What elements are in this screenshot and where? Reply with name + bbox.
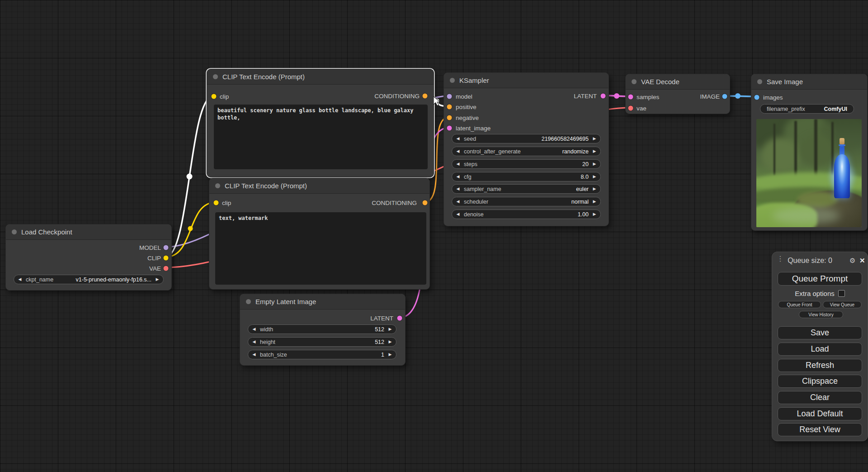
decrement-arrow-icon[interactable]: ◀ — [248, 353, 260, 357]
cfg-widget[interactable]: ◀ cfg 8.0 ▶ — [452, 172, 601, 181]
output-dot-clip[interactable] — [164, 256, 169, 261]
filename-prefix-widget[interactable]: filename_prefix ComfyUI — [760, 104, 854, 114]
extra-options-checkbox[interactable] — [838, 290, 845, 297]
decrement-arrow-icon[interactable]: ◀ — [452, 200, 464, 204]
input-label-model: model — [456, 93, 472, 100]
increment-arrow-icon[interactable]: ▶ — [589, 200, 600, 204]
increment-arrow-icon[interactable]: ▶ — [589, 149, 600, 153]
node-clip-text-encode-negative[interactable]: CLIP Text Encode (Prompt) clip CONDITION… — [209, 178, 430, 290]
link-dot-clip-positive[interactable] — [187, 174, 193, 180]
width-widget[interactable]: ◀ width 512 ▶ — [248, 324, 396, 334]
increment-arrow-icon[interactable]: ▶ — [384, 327, 396, 331]
increment-arrow-icon[interactable]: ▶ — [384, 353, 396, 357]
decrement-arrow-icon[interactable]: ◀ — [452, 175, 464, 179]
node-empty-latent-image[interactable]: Empty Latent Image LATENT ◀ width 512 ▶ … — [240, 294, 406, 366]
tree-trunk — [774, 124, 775, 176]
node-title-bar[interactable]: CLIP Text Encode (Prompt) — [207, 69, 434, 85]
positive-prompt-textarea[interactable]: beautiful scenery nature glass bottle la… — [214, 105, 428, 169]
output-dot-latent[interactable] — [397, 316, 402, 321]
queue-prompt-button[interactable]: Queue Prompt — [778, 272, 862, 286]
link-dot-clip-negative[interactable] — [188, 226, 193, 231]
collapse-dot-icon[interactable] — [632, 79, 637, 84]
queue-size-label: Queue size: 0 — [772, 257, 848, 265]
input-dot-model[interactable] — [447, 94, 452, 99]
output-dot-image[interactable] — [722, 94, 727, 99]
batch-size-widget[interactable]: ◀ batch_size 1 ▶ — [248, 350, 396, 359]
output-dot-vae[interactable] — [164, 266, 169, 271]
input-dot-clip[interactable] — [214, 200, 219, 205]
link-dot-latent[interactable] — [614, 93, 619, 99]
refresh-button[interactable]: Refresh — [778, 359, 862, 372]
input-label-vae: vae — [637, 105, 646, 112]
close-icon[interactable]: ✕ — [859, 257, 865, 264]
sampler-name-widget[interactable]: ◀ sampler_name euler ▶ — [452, 184, 601, 194]
input-dot-latent-image[interactable] — [447, 126, 452, 131]
input-dot-negative[interactable] — [447, 115, 452, 120]
view-queue-button[interactable]: View Queue — [823, 301, 862, 308]
node-ksampler[interactable]: KSampler model positive negative latent_… — [443, 72, 609, 226]
node-load-checkpoint[interactable]: Load Checkpoint MODEL CLIP VAE ◀ ckpt_na… — [5, 224, 172, 291]
scheduler-widget[interactable]: ◀ scheduler normal ▶ — [452, 197, 601, 206]
save-button[interactable]: Save — [778, 326, 862, 339]
output-dot-conditioning[interactable] — [423, 94, 428, 99]
denoise-widget[interactable]: ◀ denoise 1.00 ▶ — [452, 210, 601, 219]
increment-arrow-icon[interactable]: ▶ — [384, 340, 396, 344]
input-dot-vae[interactable] — [628, 106, 633, 111]
load-default-button[interactable]: Load Default — [778, 407, 862, 420]
node-title-bar[interactable]: VAE Decode — [626, 74, 730, 90]
node-title-bar[interactable]: CLIP Text Encode (Prompt) — [209, 178, 429, 194]
height-widget[interactable]: ◀ height 512 ▶ — [248, 337, 396, 347]
settings-gear-icon[interactable]: ⚙ — [849, 257, 855, 264]
collapse-dot-icon[interactable] — [215, 183, 220, 188]
node-title-bar[interactable]: Load Checkpoint — [6, 224, 171, 240]
increment-arrow-icon[interactable]: ▶ — [589, 175, 600, 179]
link-dot-image[interactable] — [735, 93, 741, 99]
output-dot-latent[interactable] — [601, 94, 606, 99]
input-label-negative: negative — [456, 114, 479, 121]
queue-front-button[interactable]: Queue Front — [778, 301, 821, 308]
node-title: Save Image — [767, 78, 803, 86]
collapse-dot-icon[interactable] — [213, 74, 218, 79]
seed-widget[interactable]: ◀ seed 219660582469695 ▶ — [452, 134, 601, 143]
output-dot-conditioning[interactable] — [423, 200, 428, 205]
decrement-arrow-icon[interactable]: ◀ — [14, 277, 26, 281]
ckpt-name-widget[interactable]: ◀ ckpt_name v1-5-pruned-emaonly-fp16.s..… — [14, 275, 164, 284]
clear-button[interactable]: Clear — [778, 391, 862, 404]
decrement-arrow-icon[interactable]: ◀ — [452, 212, 464, 216]
increment-arrow-icon[interactable]: ▶ — [151, 277, 163, 281]
steps-widget[interactable]: ◀ steps 20 ▶ — [452, 159, 601, 169]
input-dot-images[interactable] — [755, 95, 760, 100]
load-button[interactable]: Load — [778, 343, 862, 356]
node-title-bar[interactable]: KSampler — [444, 73, 609, 88]
collapse-dot-icon[interactable] — [246, 299, 251, 304]
decrement-arrow-icon[interactable]: ◀ — [452, 137, 464, 141]
decrement-arrow-icon[interactable]: ◀ — [452, 149, 464, 153]
decrement-arrow-icon[interactable]: ◀ — [248, 340, 260, 344]
node-title-bar[interactable]: Save Image — [751, 74, 867, 90]
increment-arrow-icon[interactable]: ▶ — [589, 187, 600, 191]
negative-prompt-textarea[interactable]: text, watermark — [215, 212, 426, 285]
reset-view-button[interactable]: Reset View — [778, 423, 862, 436]
decrement-arrow-icon[interactable]: ◀ — [452, 187, 464, 191]
node-title-bar[interactable]: Empty Latent Image — [240, 294, 405, 310]
view-history-button[interactable]: View History — [799, 311, 843, 318]
node-clip-text-encode-positive[interactable]: CLIP Text Encode (Prompt) clip CONDITION… — [207, 69, 434, 177]
increment-arrow-icon[interactable]: ▶ — [589, 162, 600, 166]
node-vae-decode[interactable]: VAE Decode samples vae IMAGE — [625, 74, 730, 114]
output-dot-model[interactable] — [164, 245, 169, 250]
node-save-image[interactable]: Save Image images filename_prefix ComfyU… — [751, 74, 868, 231]
input-dot-positive[interactable] — [447, 105, 452, 110]
input-label-images: images — [763, 94, 783, 101]
collapse-dot-icon[interactable] — [12, 229, 17, 234]
input-label-positive: positive — [456, 104, 476, 110]
control-after-generate-widget[interactable]: ◀ control_after_generate randomize ▶ — [452, 147, 601, 156]
clipspace-button[interactable]: Clipspace — [778, 375, 862, 388]
input-dot-clip[interactable] — [212, 94, 217, 99]
decrement-arrow-icon[interactable]: ◀ — [248, 327, 260, 331]
collapse-dot-icon[interactable] — [450, 78, 455, 83]
decrement-arrow-icon[interactable]: ◀ — [452, 162, 464, 166]
increment-arrow-icon[interactable]: ▶ — [589, 212, 600, 216]
input-dot-samples[interactable] — [628, 95, 633, 100]
collapse-dot-icon[interactable] — [757, 79, 762, 84]
increment-arrow-icon[interactable]: ▶ — [589, 137, 600, 141]
